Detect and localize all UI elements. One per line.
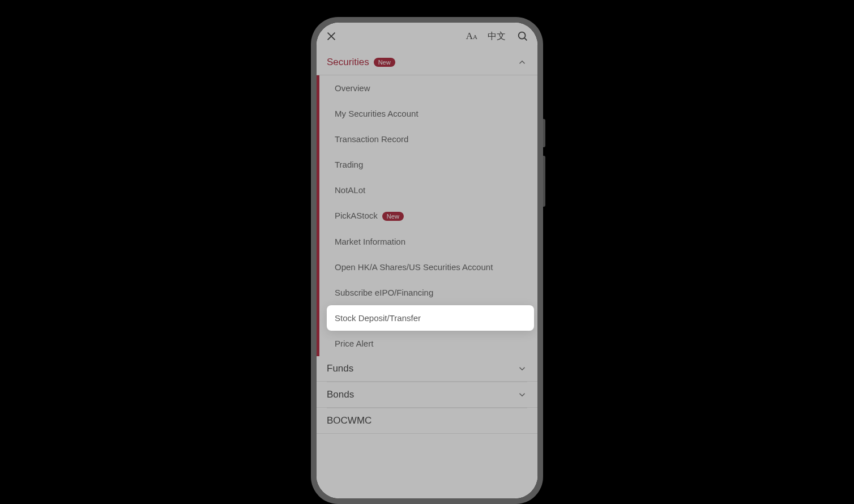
submenu-item-label: Market Information [335,237,405,246]
submenu-item-label: Subscribe eIPO/Financing [335,288,433,297]
submenu-item-label: Transaction Record [335,134,408,144]
submenu-item[interactable]: Trading [317,152,537,177]
font-size-icon[interactable]: AA [466,31,477,42]
submenu-item[interactable]: PickAStockNew [317,203,537,229]
submenu-item[interactable]: NotALot [317,177,537,203]
menu-drawer: AA 中文 Securities New OverviewMy Securiti… [317,23,537,498]
submenu-item-label: My Securities Account [335,109,419,118]
section-header-securities[interactable]: Securities New [317,50,537,75]
phone-frame: AA 中文 Securities New OverviewMy Securiti… [311,17,543,504]
new-badge: New [374,58,395,67]
chevron-down-icon [517,364,527,374]
submenu-item[interactable]: Transaction Record [317,126,537,152]
section-label: Bonds [327,389,354,400]
close-icon[interactable] [324,29,338,43]
phone-screen: AA 中文 Securities New OverviewMy Securiti… [317,23,537,498]
submenu-item-label: Trading [335,160,363,169]
language-toggle[interactable]: 中文 [488,31,506,42]
svg-point-0 [519,32,526,39]
securities-submenu: OverviewMy Securities AccountTransaction… [317,75,537,356]
submenu-item[interactable]: Stock Deposit/Transfer [327,305,534,331]
chevron-down-icon [517,390,527,400]
new-badge: New [382,212,404,221]
submenu-item[interactable]: Price Alert [317,331,537,356]
submenu-item[interactable]: Subscribe eIPO/Financing [317,280,537,305]
section-header-bonds[interactable]: Bonds [317,382,537,408]
search-icon[interactable] [516,29,530,43]
section-header-bocwmc[interactable]: BOCWMC [317,408,537,434]
chevron-up-icon [517,57,527,67]
submenu-item[interactable]: Overview [317,75,537,101]
phone-side-button [543,119,545,147]
section-label: Securities [327,57,369,68]
submenu-item[interactable]: Open HK/A Shares/US Securities Account [317,254,537,280]
submenu-item-label: Overview [335,83,370,93]
submenu-item-label: Stock Deposit/Transfer [335,313,421,323]
submenu-item[interactable]: Market Information [317,229,537,254]
section-header-funds[interactable]: Funds [317,356,537,382]
submenu-item-label: PickAStock [335,211,378,220]
phone-side-button [543,156,545,207]
section-label: BOCWMC [327,415,372,426]
submenu-item-label: NotALot [335,185,365,195]
top-bar: AA 中文 [317,23,537,50]
submenu-item-label: Open HK/A Shares/US Securities Account [335,262,493,272]
submenu-item[interactable]: My Securities Account [317,101,537,126]
section-label: Funds [327,363,353,374]
submenu-item-label: Price Alert [335,339,373,348]
